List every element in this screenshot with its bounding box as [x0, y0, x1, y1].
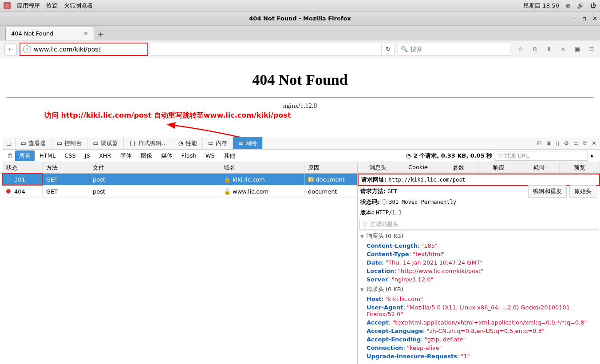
devtools-panel: ❏ ▭ 查看器 ▭ 控制台 ▭ 调试器 {} 样式编辑... ◔ 性能 ▭ 内存… [3, 137, 600, 364]
url-bar-highlighted[interactable]: i [20, 43, 148, 56]
tab-title: 404 Not Found [11, 30, 54, 37]
filter-html[interactable]: HTML [36, 151, 59, 160]
col-status[interactable]: 状态 [3, 162, 43, 173]
col-method[interactable]: 方法 [43, 162, 89, 173]
tab-network[interactable]: ≡ 网络 [233, 137, 263, 149]
menu-firefox[interactable]: 火狐浏览器 [64, 2, 93, 10]
window-title: 404 Not Found - Mozilla Firefox [249, 15, 351, 22]
url-input[interactable] [34, 46, 145, 53]
bookmark-star-icon[interactable]: ☆ [517, 46, 525, 52]
tab-performance[interactable]: ◔ 性能 [173, 137, 203, 149]
edit-resend-button[interactable]: 编辑和重发 [528, 185, 567, 198]
status-code-line: 状态码: 301 Moved Permanently [358, 197, 600, 207]
maximize-button[interactable]: ▫ [582, 15, 586, 22]
request-list: 状态 方法 文件 域名 原因 301 GET post 🔓kiki.lic.co… [3, 162, 358, 364]
close-button[interactable]: ✕ [592, 15, 597, 22]
header-line: Host: "kiki.lic.com" [358, 295, 600, 303]
minimize-button[interactable]: — [570, 15, 576, 22]
devtools-close-icon[interactable]: ✕ [592, 140, 596, 146]
response-headers-section[interactable]: ▼ 响应头 (0 KB) [358, 230, 600, 241]
funnel-icon: ▽ [498, 152, 502, 159]
filter-all[interactable]: 所有 [15, 150, 35, 161]
filter-ws[interactable]: WS [201, 151, 219, 160]
clock: 星期四 18:50 [523, 2, 559, 10]
detail-tab-cookies[interactable]: Cookie [398, 162, 438, 173]
filter-img[interactable]: 图像 [137, 150, 156, 161]
power-icon[interactable]: ⏻ [589, 2, 596, 9]
window-title-bar: 404 Not Found - Mozilla Firefox — ▫ ✕ [0, 12, 600, 26]
detail-tab-preview[interactable]: 预览 [560, 162, 600, 173]
downloads-icon[interactable]: ⬇ [545, 46, 553, 52]
col-reason[interactable]: 原因 [304, 162, 357, 173]
pocket-icon[interactable]: ▣ [573, 46, 581, 52]
detail-tab-response[interactable]: 响应 [479, 162, 519, 173]
col-domain[interactable]: 域名 [220, 162, 304, 173]
tab-inspector[interactable]: ▭ 查看器 [16, 137, 51, 149]
detail-tab-params[interactable]: 参数 [438, 162, 479, 173]
filter-js[interactable]: JS [81, 151, 94, 160]
filter-url-input[interactable]: ▽ 过滤 URL [495, 151, 588, 161]
tab-style-editor[interactable]: {} 样式编辑... [124, 137, 173, 149]
os-top-bar: 应用程序 位置 火狐浏览器 星期四 18:50 ⎚ 🔊 ⏻ [0, 0, 600, 12]
browser-tab[interactable]: 404 Not Found ✕ [5, 27, 94, 40]
nav-bar: ← i ↻ 🔍 ☆ ⎘ ⬇ ⌂ ▣ ☰ [0, 40, 600, 58]
filter-flash[interactable]: Flash [178, 151, 201, 160]
tab-close-icon[interactable]: ✕ [83, 30, 88, 37]
tab-debugger[interactable]: ▭ 调试器 [87, 137, 123, 149]
request-details: 消息头 Cookie 参数 响应 耗时 预览 请求网址: http://kiki… [358, 162, 600, 364]
hamburger-menu-icon[interactable]: ☰ [588, 46, 596, 52]
home-icon[interactable]: ⌂ [559, 46, 567, 52]
search-icon: 🔍 [401, 46, 408, 52]
perf-icon[interactable]: ◔ [406, 152, 411, 159]
filter-media[interactable]: 媒体 [157, 150, 177, 161]
os-app-icon [4, 2, 11, 9]
filter-font[interactable]: 字体 [116, 150, 136, 161]
filter-xhr[interactable]: XHR [95, 151, 115, 160]
col-file[interactable]: 文件 [89, 162, 220, 173]
split-icon[interactable]: ⊟ [537, 140, 542, 146]
chevron-down-icon: ▼ [360, 287, 364, 292]
popout-icon[interactable]: ⧉ [583, 140, 587, 147]
tab-memory[interactable]: ▭ 内存 [203, 137, 233, 149]
network-icon[interactable]: ⎚ [564, 2, 572, 9]
status-dot-icon [6, 189, 11, 194]
status-dot-icon [6, 177, 11, 182]
library-icon[interactable]: ⎘ [531, 46, 539, 52]
volume-icon[interactable]: 🔊 [577, 2, 584, 9]
header-line: Accept-Language: "zh-CN,zh;q=0.8,en-US;q… [358, 327, 600, 335]
tab-console[interactable]: ▭ 控制台 [51, 137, 87, 149]
header-line: Server: "nginx/1.12.0" [358, 275, 600, 284]
menu-places[interactable]: 位置 [46, 2, 58, 10]
new-tab-button[interactable]: + [94, 28, 107, 40]
devtools-picker-icon[interactable]: ❏ [3, 137, 16, 149]
reload-button[interactable]: ↻ [381, 43, 395, 55]
site-info-icon[interactable]: i [23, 45, 31, 53]
back-button[interactable]: ← [4, 43, 17, 55]
filter-headers-input[interactable]: ▽ 过滤消息头 [359, 219, 598, 229]
dock-icon[interactable]: ▭ [573, 140, 579, 146]
devtools-tabs: ❏ ▭ 查看器 ▭ 控制台 ▭ 调试器 {} 样式编辑... ◔ 性能 ▭ 内存… [3, 137, 600, 150]
request-row[interactable]: 301 GET post 🔓kiki.lic.com JSdocument [3, 174, 357, 186]
request-row[interactable]: 404 GET post 🔓www.lic.com document [3, 186, 357, 198]
header-line: Content-Type: "text/html" [358, 250, 600, 258]
funnel-icon: ▽ [363, 221, 367, 228]
request-list-header: 状态 方法 文件 域名 原因 [3, 162, 357, 174]
filter-other[interactable]: 其他 [220, 150, 239, 161]
search-box[interactable]: 🔍 [398, 43, 510, 56]
toggle-icon[interactable]: ▸ [591, 152, 594, 159]
frames-icon[interactable]: ▣ [546, 140, 552, 146]
search-input[interactable] [411, 46, 507, 52]
filter-css[interactable]: CSS [60, 151, 80, 160]
clear-icon[interactable]: 🗑 [5, 152, 14, 159]
detail-tab-timing[interactable]: 耗时 [519, 162, 560, 173]
header-line: Upgrade-Insecure-Requests: "1" [358, 352, 600, 360]
request-headers-section[interactable]: ▼ 请求头 (0 KB) [358, 284, 600, 295]
raw-headers-button[interactable]: 原始头 [569, 185, 596, 198]
responsive-icon[interactable]: ▯ [556, 140, 559, 146]
detail-tab-headers[interactable]: 消息头 [358, 162, 398, 173]
server-line: nginx/1.12.0 [6, 102, 594, 110]
header-line: Location: "http://www.lic.com/kiki/post" [358, 267, 600, 275]
insecure-icon: 🔓 [224, 176, 231, 183]
menu-applications[interactable]: 应用程序 [17, 2, 40, 10]
settings-icon[interactable]: ⚙ [564, 140, 569, 146]
